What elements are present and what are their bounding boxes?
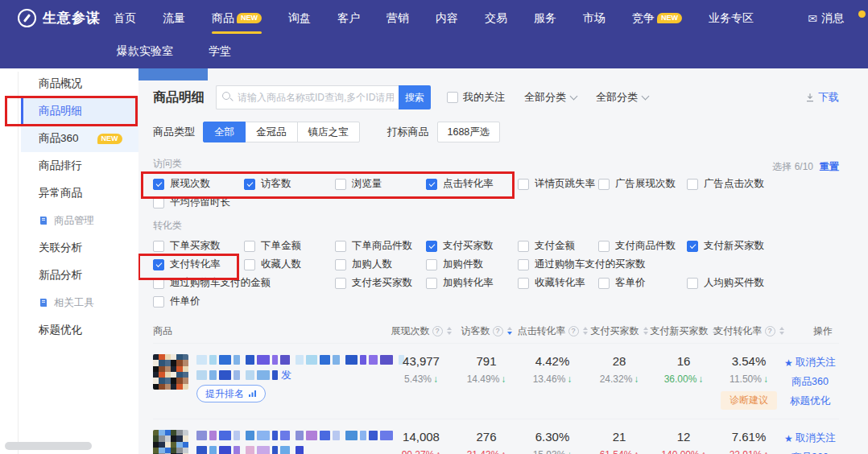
product-image[interactable] xyxy=(153,430,188,454)
checkbox-icon[interactable] xyxy=(335,179,346,190)
product-subtitle-censored[interactable] xyxy=(196,445,399,454)
checkbox-icon[interactable] xyxy=(335,259,346,270)
sidebar-item-商品管理[interactable]: 商品管理 xyxy=(21,207,138,234)
product-image[interactable] xyxy=(153,354,188,390)
action-取消关注[interactable]: ★取消关注 xyxy=(784,431,836,445)
help-icon[interactable]: ? xyxy=(493,326,503,336)
checkbox-checked-icon[interactable] xyxy=(153,179,164,190)
metric-checkbox-通过购物车支付的买家数[interactable]: 通过购物车支付的买家数 xyxy=(518,258,598,271)
help-icon[interactable]: ? xyxy=(432,326,443,336)
type-option-镇店之宝[interactable]: 镇店之宝 xyxy=(297,122,360,142)
scrollbar-thumb[interactable] xyxy=(5,442,92,450)
checkbox-icon[interactable] xyxy=(518,179,529,190)
nav-item-首页[interactable]: 首页 xyxy=(114,0,136,37)
metric-checkbox-支付金额[interactable]: 支付金额 xyxy=(518,239,598,253)
action-商品360[interactable]: 商品360 xyxy=(792,375,829,389)
column-header-展现次数[interactable]: 展现次数? xyxy=(386,324,456,338)
checkbox-icon[interactable] xyxy=(687,179,698,190)
metric-checkbox-详情页跳失率[interactable]: 详情页跳失率 xyxy=(518,177,598,191)
metric-checkbox-广告点击次数[interactable]: 广告点击次数 xyxy=(687,177,839,191)
checkbox-checked-icon[interactable] xyxy=(153,259,164,270)
checkbox-icon[interactable] xyxy=(687,278,698,289)
metric-checkbox-支付买家数[interactable]: 支付买家数 xyxy=(426,239,518,253)
category-dropdown[interactable]: 全部分类 xyxy=(596,90,648,105)
checkbox-icon[interactable] xyxy=(244,241,255,252)
checkbox-checked-icon[interactable] xyxy=(426,241,437,252)
sidebar-item-商品明细[interactable]: 商品明细 xyxy=(21,97,138,125)
checkbox-icon[interactable] xyxy=(518,278,529,289)
nav-item-业务专区[interactable]: 业务专区 xyxy=(709,0,754,37)
checkbox-icon[interactable] xyxy=(335,278,346,289)
nav-item-商品[interactable]: 商品NEW xyxy=(212,0,262,37)
sidebar-item-标题优化[interactable]: 标题优化 xyxy=(21,316,138,344)
metric-checkbox-通过购物车支付的金额[interactable]: 通过购物车支付的金额 xyxy=(153,276,244,290)
metric-checkbox-加购人数[interactable]: 加购人数 xyxy=(335,258,426,271)
metric-checkbox-下单商品件数[interactable]: 下单商品件数 xyxy=(335,239,426,253)
search-input[interactable] xyxy=(216,85,399,109)
sidebar-item-新品分析[interactable]: 新品分析 xyxy=(21,262,138,289)
help-icon[interactable]: ? xyxy=(568,326,579,336)
category-dropdown[interactable]: 全部分类 xyxy=(524,90,577,105)
nav-item-流量[interactable]: 流量 xyxy=(163,0,185,37)
metric-checkbox-支付转化率[interactable]: 支付转化率 xyxy=(153,258,244,271)
nav-item-营销[interactable]: 营销 xyxy=(386,0,409,37)
checkbox-icon[interactable] xyxy=(153,296,164,307)
sort-icon[interactable] xyxy=(507,327,512,335)
metric-checkbox-下单买家数[interactable]: 下单买家数 xyxy=(153,239,244,253)
nav-item-服务[interactable]: 服务 xyxy=(534,0,556,37)
column-header-支付转化率[interactable]: 支付转化率? xyxy=(717,324,781,338)
sort-icon[interactable] xyxy=(583,327,588,335)
subnav-item-爆款实验室[interactable]: 爆款实验室 xyxy=(117,44,173,59)
diagnosis-badge[interactable]: 诊断建议 xyxy=(721,391,777,410)
sort-icon[interactable] xyxy=(643,327,648,335)
help-icon[interactable]: ? xyxy=(765,326,775,336)
sidebar-item-商品排行[interactable]: 商品排行 xyxy=(21,152,138,180)
metric-checkbox-人均购买件数[interactable]: 人均购买件数 xyxy=(687,276,839,290)
action-取消关注[interactable]: ★取消关注 xyxy=(784,356,836,369)
checkbox-icon[interactable] xyxy=(153,197,164,208)
product-title-censored[interactable] xyxy=(196,354,407,365)
sort-icon[interactable] xyxy=(447,327,452,335)
checkbox-icon[interactable] xyxy=(598,278,610,289)
column-header-点击转化率[interactable]: 点击转化率? xyxy=(517,324,588,338)
metric-checkbox-加购转化率[interactable]: 加购转化率 xyxy=(426,276,518,290)
subnav-item-学堂[interactable]: 学堂 xyxy=(209,44,231,59)
my-follow-checkbox[interactable]: 我的关注 xyxy=(447,90,505,105)
action-商品360[interactable]: 商品360 xyxy=(792,451,829,454)
metric-checkbox-收藏转化率[interactable]: 收藏转化率 xyxy=(518,276,598,290)
column-header-访客数[interactable]: 访客数? xyxy=(456,324,517,338)
product-subtitle-censored[interactable]: 发 xyxy=(196,369,407,380)
checkbox-icon[interactable] xyxy=(426,278,437,289)
metric-checkbox-浏览量[interactable]: 浏览量 xyxy=(335,177,426,191)
messages-button[interactable]: ✉ 消息 xyxy=(808,11,844,26)
column-header-支付买家数[interactable]: 支付买家数 xyxy=(588,324,651,338)
nav-item-市场[interactable]: 市场 xyxy=(583,0,606,37)
action-标题优化[interactable]: 标题优化 xyxy=(790,394,830,408)
download-button[interactable]: 下载 xyxy=(805,90,839,105)
checkbox-icon[interactable] xyxy=(153,241,164,252)
checkbox-icon[interactable] xyxy=(518,259,529,270)
checkbox-icon[interactable] xyxy=(518,241,529,252)
metric-checkbox-平均停留时长[interactable]: 平均停留时长 xyxy=(153,196,244,209)
checkbox-icon[interactable] xyxy=(335,241,346,252)
sidebar-item-相关工具[interactable]: 相关工具 xyxy=(21,289,138,316)
checkbox-checked-icon[interactable] xyxy=(244,179,255,190)
type-option-金冠品[interactable]: 金冠品 xyxy=(245,122,298,142)
metric-checkbox-客单价[interactable]: 客单价 xyxy=(598,276,687,290)
checkbox-icon[interactable] xyxy=(426,259,437,270)
metric-checkbox-广告展现次数[interactable]: 广告展现次数 xyxy=(598,177,687,191)
metric-checkbox-支付商品件数[interactable]: 支付商品件数 xyxy=(598,239,687,253)
column-header-支付新买家数[interactable]: 支付新买家数 xyxy=(651,324,717,338)
metric-checkbox-加购件数[interactable]: 加购件数 xyxy=(426,258,518,271)
reset-link[interactable]: 重置 xyxy=(820,160,839,174)
checkbox-icon[interactable] xyxy=(598,241,610,252)
boost-rank-button[interactable]: 提升排名 xyxy=(196,385,266,402)
nav-item-内容[interactable]: 内容 xyxy=(436,0,458,37)
metric-checkbox-下单金额[interactable]: 下单金额 xyxy=(244,239,335,253)
metric-checkbox-件单价[interactable]: 件单价 xyxy=(153,295,244,308)
checkbox-icon[interactable] xyxy=(244,259,255,270)
sidebar-item-商品360[interactable]: 商品360NEW xyxy=(21,125,138,152)
sidebar-item-异常商品[interactable]: 异常商品 xyxy=(21,180,138,207)
nav-item-竞争[interactable]: 竞争NEW xyxy=(632,0,682,37)
checkbox-checked-icon[interactable] xyxy=(687,241,698,252)
